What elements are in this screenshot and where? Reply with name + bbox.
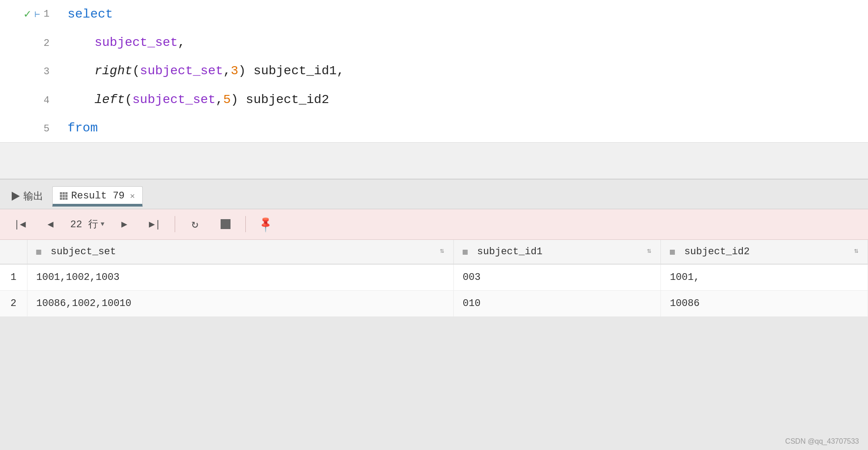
result-toolbar: |◀ ◀ 22 行 ▼ ▶ ▶| ↻ 📌 [0,209,868,240]
tab-result[interactable]: Result 79 ✕ [52,186,143,207]
tabs-bar: 输出 Result 79 ✕ [0,184,868,209]
col-icon-subject-id1: ▦ [463,247,468,256]
code-line-1: ✓ ⊢ 1 select [0,0,868,28]
rows-selector[interactable]: 22 行 ▼ [70,217,104,231]
tab-output[interactable]: 输出 [5,186,50,207]
next-page-button[interactable]: ▶ [113,213,135,235]
line-4-content[interactable]: left(subject_set,5) subject_id2 [59,87,868,112]
col-icon-subject-id2: ▦ [670,247,675,256]
table-row: 2 10086,1002,10010 010 10086 [0,290,868,316]
check-icon: ✓ [24,7,31,21]
table-row: 1 1001,1002,1003 003 1001, [0,264,868,291]
line-5-content[interactable]: from [59,116,868,140]
first-page-button[interactable]: |◀ [9,213,31,235]
editor-empty-area [0,143,868,179]
result-table-container: ▦ subject_set ⇅ ▦ subject_id1 ⇅ ▦ subjec… [0,240,868,317]
code-line-2: 2 subject_set, [0,28,868,57]
tab-output-label: 输出 [23,189,43,203]
cell-subject-id2-1: 1001, [660,264,868,291]
code-line-4: 4 left(subject_set,5) subject_id2 [0,86,868,114]
last-page-button[interactable]: ▶| [144,213,166,235]
keyword-from: from [68,121,98,135]
tab-result-label: Result 79 [71,190,125,202]
pin-icon: 📌 [256,215,275,234]
chevron-down-icon: ▼ [101,220,104,228]
tab-close-button[interactable]: ✕ [130,191,135,201]
row-num-2: 2 [0,290,27,316]
line-number-5: 5 [0,123,59,135]
cell-subject-set-1: 1001,1002,1003 [27,264,453,291]
grid-icon [60,192,68,200]
row-num-header [0,240,27,264]
line-3-content[interactable]: right(subject_set,3) subject_id1, [59,58,868,83]
pin-button[interactable]: 📌 [255,213,276,235]
code-line-5: 5 from [0,114,868,142]
code-line-3: 3 right(subject_set,3) subject_id1, [0,57,868,85]
col-header-subject-id1[interactable]: ▦ subject_id1 ⇅ [453,240,660,264]
cell-subject-id1-1: 003 [453,264,660,291]
editor-section: ✓ ⊢ 1 select 2 subject_set, 3 right(subj… [0,0,868,180]
line-number-4: 4 [0,95,59,106]
col-header-subject-set[interactable]: ▦ subject_set ⇅ [27,240,453,264]
row-num-1: 1 [0,264,27,291]
result-table: ▦ subject_set ⇅ ▦ subject_id1 ⇅ ▦ subjec… [0,240,868,317]
fn-left: left [95,93,125,107]
fn-right: right [95,64,132,78]
toolbar-separator-2 [245,216,246,232]
cell-subject-set-2: 10086,1002,10010 [27,290,453,316]
stop-button[interactable] [215,213,236,235]
line-number-2: 2 [0,38,59,49]
cell-subject-id2-2: 10086 [660,290,868,316]
toolbar-separator-1 [175,216,175,232]
code-area: ✓ ⊢ 1 select 2 subject_set, 3 right(subj… [0,0,868,143]
line-number-1: ✓ ⊢ 1 [0,7,59,21]
line-1-content[interactable]: select [59,2,868,27]
rows-count-label: 22 行 [70,217,98,231]
col-icon-subject-set: ▦ [36,247,41,256]
refresh-button[interactable]: ↻ [184,213,206,235]
bottom-panel: 输出 Result 79 ✕ |◀ ◀ [0,184,868,317]
table-header-row: ▦ subject_set ⇅ ▦ subject_id1 ⇅ ▦ subjec… [0,240,868,264]
col-label-subject-id2: subject_id2 [684,246,750,257]
col-label-subject-id1: subject_id1 [477,246,542,257]
col-header-subject-id2[interactable]: ▦ subject_id2 ⇅ [660,240,868,264]
play-icon [12,192,20,201]
stop-icon [221,219,231,229]
line-2-content[interactable]: subject_set, [59,30,868,55]
sort-icon-subject-id2[interactable]: ⇅ [854,246,859,255]
prev-page-button[interactable]: ◀ [40,213,61,235]
sort-icon-subject-id1[interactable]: ⇅ [647,246,651,255]
cell-subject-id1-2: 010 [453,290,660,316]
sort-icon-subject-set[interactable]: ⇅ [440,246,444,255]
bookmark-icon: ⊢ [35,9,40,20]
keyword-select: select [68,7,113,21]
col-label-subject-set: subject_set [51,246,116,257]
line-number-3: 3 [0,66,59,77]
refresh-icon: ↻ [191,217,199,231]
code-subject-set-1: subject_set [95,36,178,50]
tab-active-indicator [53,204,142,205]
watermark: CSDN @qq_43707533 [785,437,859,446]
